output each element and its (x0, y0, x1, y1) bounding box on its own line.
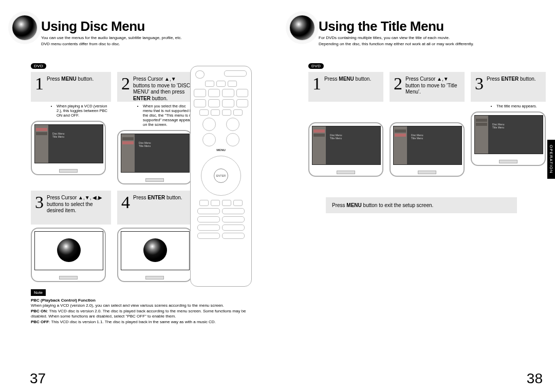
intro-line-1: You can use the menus for the audio lang… (41, 35, 182, 41)
step2-footnote: When you select the disc menu that is no… (143, 104, 196, 127)
step-1: 1 Press MENU button. When playing a VCD … (31, 72, 111, 184)
enter-button-icon: ENTER (214, 169, 228, 183)
eye-icon (143, 238, 167, 262)
step-number: 2 (121, 75, 130, 92)
dvd-badge: DVD (308, 63, 324, 69)
tv-screenshot: Disc Menu Title Menu (117, 130, 192, 184)
step-number: 4 (121, 194, 130, 211)
step-2: 2 Press Cursor ▲,▼ button to move to 'Ti… (390, 72, 465, 177)
tv-screenshot-eye (31, 228, 106, 282)
intro-line-1: For DVDs containing multiple titles, you… (319, 35, 474, 41)
page-title: Using Disc Menu (41, 18, 182, 34)
page-37: Using Disc Menu You can use the menus fo… (0, 0, 278, 392)
step-number: 3 (35, 194, 44, 211)
intro-line-2: DVD menu contents differ from disc to di… (41, 42, 182, 47)
exit-instruction: Press MENU button to exit the setup scre… (326, 197, 517, 213)
note-badge: Note (31, 289, 46, 296)
step-2: 2 Press Cursor ▲,▼ buttons to move to 'D… (117, 72, 197, 184)
page-number: 38 (527, 370, 543, 387)
speaker-bullet-icon (290, 15, 314, 40)
page-title: Using the Title Menu (319, 18, 474, 34)
step-4: 4 Press ENTER button. (117, 191, 197, 282)
remote-illustration: MENU ENTER (190, 66, 252, 287)
step-3: 3 Press Cursor ▲,▼, ◀,▶ buttons to selec… (31, 191, 111, 282)
step-number: 1 (312, 75, 321, 92)
page-number: 37 (30, 370, 46, 387)
step-number: 2 (394, 75, 402, 92)
tv-screenshot: Disc Menu Title Menu (390, 122, 465, 177)
page-38: Using the Title Menu For DVDs containing… (278, 0, 555, 392)
tv-screenshot: Disc Menu Title Menu (308, 122, 383, 177)
dpad-icon: ENTER (201, 156, 241, 196)
step-3: 3 Press ENTER button. The title menu app… (471, 72, 546, 177)
dvd-badge: DVD (31, 63, 46, 69)
header-right: Using the Title Menu For DVDs containing… (290, 15, 543, 47)
pbc-note: PBC (Playback Control) Function When pla… (31, 298, 255, 325)
intro-line-2: Depending on the disc, this function may… (319, 42, 474, 47)
tv-screenshot: Disc Menu Title Menu (471, 111, 546, 166)
speaker-bullet-icon (12, 15, 37, 40)
step-1: 1 Press MENU button. Disc Menu Title Men… (308, 72, 383, 177)
header-left: Using Disc Menu You can use the menus fo… (12, 15, 265, 47)
eye-icon (57, 238, 81, 262)
step3-footnote: The title menu appears. (496, 104, 545, 108)
tv-screenshot: Disc Menu Title Menu (31, 121, 106, 175)
section-tab: OPERATION (547, 140, 555, 179)
step-number: 1 (35, 75, 44, 92)
step-number: 3 (475, 75, 484, 92)
tv-screenshot-eye (117, 228, 192, 282)
step1-footnote: When playing a VCD (version 2.), this to… (57, 104, 110, 118)
